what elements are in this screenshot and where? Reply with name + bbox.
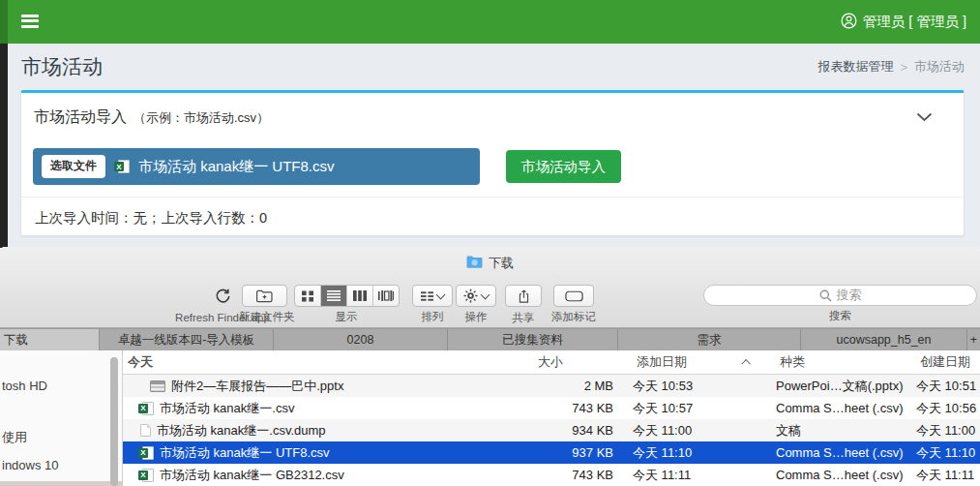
chevron-down-icon bbox=[481, 289, 490, 299]
view-label: 显示 bbox=[293, 310, 400, 324]
column-view-button[interactable] bbox=[346, 286, 372, 306]
sidebar-item-usage[interactable]: 使用 bbox=[2, 429, 27, 446]
action-button[interactable] bbox=[456, 285, 496, 307]
excel-csv-file-icon bbox=[138, 469, 154, 482]
list-view-icon bbox=[327, 290, 341, 301]
arrange-icon bbox=[421, 291, 433, 301]
column-header-created[interactable]: 创建日期 bbox=[920, 353, 980, 371]
share-button[interactable] bbox=[505, 285, 542, 307]
action-label: 操作 bbox=[456, 310, 496, 324]
breadcrumb-separator: > bbox=[900, 60, 907, 75]
arrange-label: 排列 bbox=[412, 310, 453, 324]
tab-ucowsapp[interactable]: ucowsapp_h5_en bbox=[801, 329, 967, 350]
breadcrumb-current: 市场活动 bbox=[914, 58, 965, 76]
page-title: 市场活动 bbox=[21, 53, 103, 80]
search-input[interactable]: 搜索 bbox=[703, 285, 977, 306]
sidebar-item-windows10[interactable]: indows 10 bbox=[2, 458, 59, 472]
list-header-row: 今天 大小 添加日期 种类 创建日期 bbox=[123, 350, 980, 375]
file-input[interactable]: 选取文件 市场活动 kanak继一 UTF8.csv bbox=[33, 148, 480, 185]
search-label: 搜索 bbox=[703, 309, 977, 323]
finder-tab-bar: 下载 卓越一线版本四-导入模板 0208 已搜集资料 需求 ucowsapp_h… bbox=[0, 328, 980, 350]
new-folder-icon bbox=[255, 289, 274, 303]
refresh-button[interactable] bbox=[215, 285, 231, 307]
icon-view-button[interactable] bbox=[295, 286, 320, 306]
column-header-added[interactable]: 添加日期 bbox=[629, 353, 764, 371]
tag-button[interactable] bbox=[553, 285, 594, 307]
sort-ascending-icon bbox=[741, 358, 751, 368]
panel-subtitle: （示例：市场活动.csv） bbox=[134, 109, 269, 127]
view-switcher bbox=[294, 285, 400, 307]
breadcrumb-parent[interactable]: 报表数据管理 bbox=[817, 58, 893, 76]
import-panel: 市场活动导入 （示例：市场活动.csv） 选取文件 市场活动 kanak继一 U… bbox=[20, 90, 965, 236]
list-view-button[interactable] bbox=[320, 286, 346, 306]
screenshot-root: 管理员 [ 管理员 ] 市场活动 报表数据管理 > 市场活动 市场活动导入 （示… bbox=[0, 0, 980, 486]
column-view-icon bbox=[353, 290, 367, 301]
new-folder-label: 新建文件夹 bbox=[239, 310, 289, 324]
sidebar-scrollbar[interactable] bbox=[110, 357, 118, 486]
finder-window: 下载 Refresh Finder.app 新建文件夹 bbox=[0, 247, 980, 486]
user-icon bbox=[841, 13, 857, 32]
tag-label: 添加标记 bbox=[547, 310, 601, 324]
collapsed-sidebar bbox=[0, 44, 8, 248]
finder-window-title: 下载 bbox=[489, 255, 514, 272]
finder-titlebar[interactable]: 下载 bbox=[0, 247, 980, 279]
menu-icon[interactable] bbox=[21, 15, 39, 28]
tab-downloads[interactable]: 下载 bbox=[0, 329, 100, 350]
sidebar-item-macintosh-hd[interactable]: tosh HD bbox=[2, 379, 47, 393]
excel-csv-file-icon bbox=[114, 160, 130, 173]
sidebar-item-partial[interactable] bbox=[0, 481, 122, 486]
tab-collected[interactable]: 已搜集资料 bbox=[448, 329, 618, 350]
app-logo-corner bbox=[0, 0, 8, 44]
search-icon bbox=[819, 289, 832, 302]
breadcrumb: 报表数据管理 > 市场活动 bbox=[817, 58, 965, 76]
downloads-folder-icon bbox=[466, 256, 483, 271]
gear-icon bbox=[463, 289, 478, 303]
finder-sidebar: tosh HD 使用 indows 10 bbox=[0, 350, 123, 486]
panel-title: 市场活动导入 bbox=[34, 107, 127, 128]
file-row[interactable]: 市场活动 kanak继一 GB2312.csv 743 KB 今天 11:11 … bbox=[123, 464, 980, 486]
user-menu[interactable]: 管理员 [ 管理员 ] bbox=[841, 0, 966, 44]
user-label: 管理员 [ 管理员 ] bbox=[863, 13, 966, 31]
arrange-button[interactable] bbox=[412, 285, 453, 307]
column-header-size[interactable]: 大小 bbox=[534, 353, 617, 371]
file-row[interactable]: 市场活动 kanak继一.csv.dump 934 KB 今天 11:00 文稿… bbox=[123, 419, 980, 441]
selected-file-name: 市场活动 kanak继一 UTF8.csv bbox=[138, 158, 335, 176]
tab-0208[interactable]: 0208 bbox=[274, 329, 448, 350]
import-button[interactable]: 市场活动导入 bbox=[506, 150, 621, 183]
tag-icon bbox=[565, 290, 583, 302]
document-file-icon bbox=[140, 424, 151, 437]
coverflow-view-button[interactable] bbox=[372, 286, 399, 306]
chevron-down-icon bbox=[436, 289, 446, 299]
file-list: 今天 大小 添加日期 种类 创建日期 附件2—车展报告——巴中.pptx 2 M… bbox=[123, 350, 980, 486]
coverflow-view-icon bbox=[378, 290, 394, 301]
powerpoint-file-icon bbox=[150, 380, 165, 392]
file-row-selected[interactable]: 市场活动 kanak继一 UTF8.csv 937 KB 今天 11:10 Co… bbox=[123, 441, 980, 464]
last-import-status: 上次导入时间：无；上次导入行数：0 bbox=[21, 197, 964, 239]
icon-view-icon bbox=[302, 290, 313, 302]
tab-requirements[interactable]: 需求 bbox=[618, 329, 801, 350]
finder-toolbar: Refresh Finder.app 新建文件夹 bbox=[0, 279, 980, 327]
new-folder-button[interactable] bbox=[242, 285, 287, 307]
group-header-today: 今天 bbox=[128, 353, 153, 371]
refresh-icon bbox=[215, 288, 231, 305]
app-header-bar: 管理员 [ 管理员 ] bbox=[0, 0, 980, 44]
tab-template[interactable]: 卓越一线版本四-导入模板 bbox=[100, 329, 274, 350]
file-row[interactable]: 市场活动 kanak继一.csv 743 KB 今天 10:57 Comma S… bbox=[123, 397, 980, 419]
share-icon bbox=[518, 289, 530, 304]
share-label: 共享 bbox=[503, 311, 544, 325]
choose-file-button[interactable]: 选取文件 bbox=[42, 155, 105, 178]
excel-csv-file-icon bbox=[138, 402, 154, 415]
excel-csv-file-icon bbox=[138, 446, 154, 460]
collapse-chevron-icon[interactable] bbox=[916, 108, 933, 126]
column-header-kind[interactable]: 种类 bbox=[774, 353, 914, 371]
search-placeholder: 搜索 bbox=[837, 287, 862, 304]
file-row[interactable]: 附件2—车展报告——巴中.pptx 2 MB 今天 10:53 PowerPoi… bbox=[123, 375, 980, 397]
new-tab-button[interactable]: + bbox=[967, 329, 980, 350]
